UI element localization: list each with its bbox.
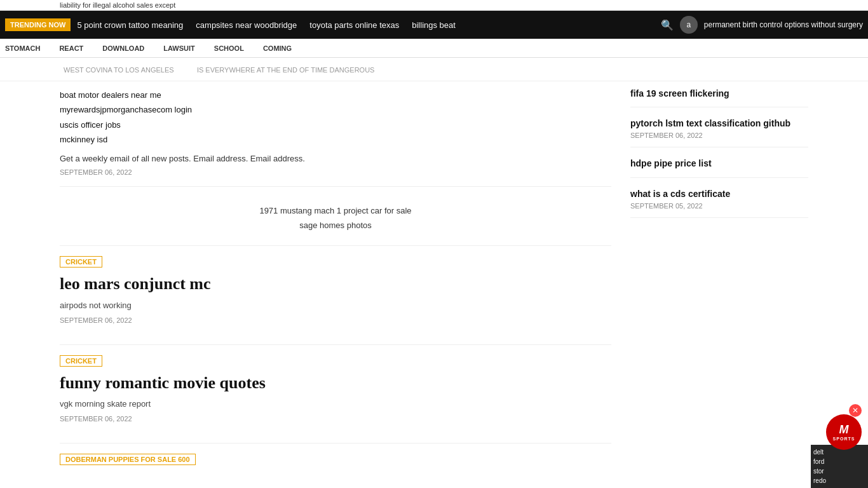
- left-link-1[interactable]: boat motor dealers near me: [60, 88, 611, 102]
- close-floating-button[interactable]: ✕: [849, 404, 862, 417]
- sidebar-float-item-3[interactable]: stor: [813, 466, 865, 476]
- left-link-3[interactable]: uscis officer jobs: [60, 118, 611, 132]
- floating-sports-badge[interactable]: M SPORTS: [826, 414, 862, 450]
- right-title-4[interactable]: what is a cds certificate: [630, 188, 808, 200]
- right-title-3[interactable]: hdpe pipe price list: [630, 158, 808, 169]
- article-subtitle-2: vgk morning skate report: [60, 399, 611, 409]
- sidebar-float-item-2[interactable]: ford: [813, 457, 865, 466]
- category-badge-1[interactable]: CRICKET: [60, 256, 102, 268]
- trending-label: TRENDING NOW: [5, 18, 71, 31]
- main-content: boat motor dealers near me myrewardsjpmo…: [0, 88, 868, 482]
- category-badge-2[interactable]: CRICKET: [60, 355, 102, 367]
- date-1: SEPTEMBER 06, 2022: [60, 168, 611, 176]
- email-sub-text: Get a weekly email of all new posts. Ema…: [60, 154, 611, 163]
- breadcrumb-separator: [184, 66, 187, 74]
- second-bar-link-5[interactable]: SCHOOL: [214, 44, 244, 52]
- article-title-1[interactable]: leo mars conjunct mc: [60, 274, 611, 294]
- right-date-4: SEPTEMBER 05, 2022: [630, 202, 808, 210]
- link-list: boat motor dealers near me myrewardsjpmo…: [60, 88, 611, 147]
- article-card-2: CRICKET funny romantic movie quotes vgk …: [60, 344, 611, 443]
- second-bar-link-2[interactable]: REACT: [59, 44, 83, 52]
- article-title-2[interactable]: funny romantic movie quotes: [60, 373, 611, 393]
- second-bar: STOMACH REACT DOWNLOAD LAWSUIT SCHOOL CO…: [0, 39, 868, 58]
- second-bar-link-3[interactable]: DOWNLOAD: [102, 44, 144, 52]
- second-bar-link-1[interactable]: STOMACH: [5, 44, 40, 52]
- avatar[interactable]: a: [680, 16, 698, 34]
- nav-link-3[interactable]: toyota parts online texas: [309, 20, 399, 30]
- right-item-3: hdpe pipe price list: [630, 158, 808, 177]
- divider-1: [60, 186, 611, 187]
- nav-right: 🔍 a permanent birth control options with…: [661, 16, 863, 34]
- breadcrumb-suffix: IS EVERYWHERE AT THE END OF TIME DANGERO…: [197, 66, 375, 74]
- article-card-1: CRICKET leo mars conjunct mc airpods not…: [60, 245, 611, 344]
- badge-letter: M: [839, 423, 849, 437]
- right-item-2: pytorch lstm text classification github …: [630, 118, 808, 147]
- left-link-4[interactable]: mckinney isd: [60, 132, 611, 147]
- center-link-2[interactable]: sage homes photos: [60, 218, 611, 233]
- nav-promo-text: permanent birth control options without …: [704, 20, 863, 29]
- category-badge-3[interactable]: DOBERMAN PUPPIES FOR SALE 600: [60, 454, 196, 465]
- center-link-1[interactable]: 1971 mustang mach 1 project car for sale: [60, 203, 611, 218]
- nav-links: 5 point crown tattoo meaning campsites n…: [77, 20, 660, 30]
- sidebar-float-item-4[interactable]: redo: [813, 476, 865, 482]
- second-bar-link-4[interactable]: LAWSUIT: [163, 44, 195, 52]
- second-bar-link-6[interactable]: COMING: [263, 44, 292, 52]
- nav-link-4[interactable]: billings beat: [412, 20, 456, 30]
- left-column: boat motor dealers near me myrewardsjpmo…: [60, 88, 611, 482]
- nav-link-2[interactable]: campsites near woodbridge: [196, 20, 297, 30]
- right-item-1: fifa 19 screen flickering: [630, 88, 808, 107]
- article-subtitle-1: airpods not working: [60, 301, 611, 310]
- breadcrumb-text: WEST COVINA TO LOS ANGELES IS EVERYWHERE…: [60, 66, 378, 74]
- left-link-2[interactable]: myrewardsjpmorganchasecom login: [60, 102, 611, 117]
- sidebar-float: delt ford stor redo: [811, 445, 868, 482]
- breadcrumb: WEST COVINA TO LOS ANGELES IS EVERYWHERE…: [0, 58, 868, 81]
- right-title-2[interactable]: pytorch lstm text classification github: [630, 118, 808, 129]
- ticker-text: liability for illegal alcohol sales exce…: [60, 1, 175, 9]
- article-card-3: DOBERMAN PUPPIES FOR SALE 600: [60, 443, 611, 482]
- article-date-2: SEPTEMBER 06, 2022: [60, 415, 611, 423]
- right-date-2: SEPTEMBER 06, 2022: [630, 132, 808, 139]
- top-nav: TRENDING NOW 5 point crown tattoo meanin…: [0, 11, 868, 39]
- center-promo: 1971 mustang mach 1 project car for sale…: [60, 197, 611, 246]
- search-button[interactable]: 🔍: [661, 19, 674, 31]
- nav-link-1[interactable]: 5 point crown tattoo meaning: [77, 20, 183, 30]
- right-column: fifa 19 screen flickering pytorch lstm t…: [630, 88, 808, 482]
- badge-label: SPORTS: [833, 437, 855, 441]
- breadcrumb-part1[interactable]: WEST COVINA TO LOS ANGELES: [64, 66, 174, 74]
- right-title-1[interactable]: fifa 19 screen flickering: [630, 88, 808, 99]
- right-item-4: what is a cds certificate SEPTEMBER 05, …: [630, 188, 808, 218]
- article-date-1: SEPTEMBER 06, 2022: [60, 316, 611, 324]
- top-ticker: liability for illegal alcohol sales exce…: [0, 0, 868, 11]
